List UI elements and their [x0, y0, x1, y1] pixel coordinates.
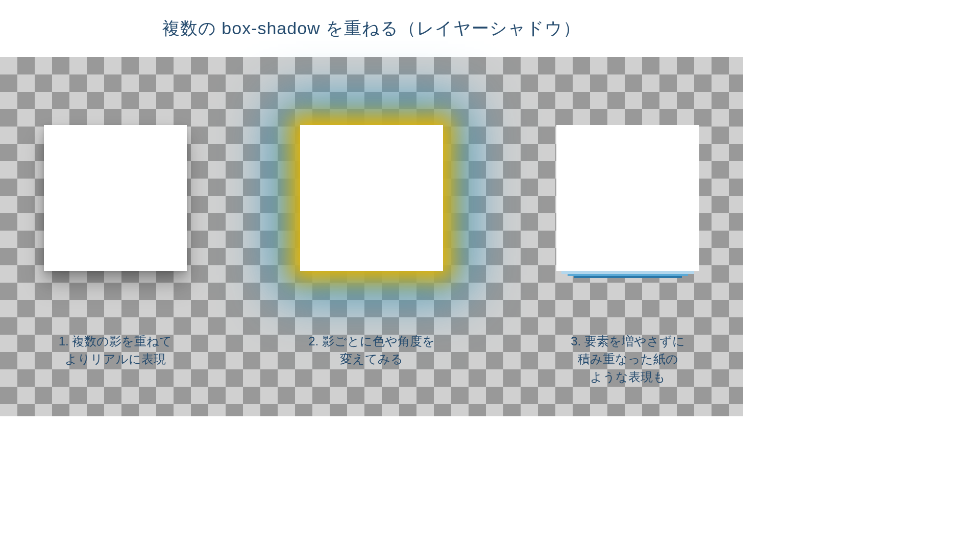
header: 複数の box-shadow を重ねる（レイヤーシャドウ）: [0, 0, 743, 57]
caption-line: 2. 影ごとに色や角度を: [308, 334, 435, 348]
demo-canvas: 1. 複数の影を重ねて よりリアルに表現 2. 影ごとに色や角度を 変えてみる …: [0, 57, 743, 416]
caption-line: 1. 複数の影を重ねて: [59, 334, 173, 348]
page-title: 複数の box-shadow を重ねる（レイヤーシャドウ）: [162, 17, 581, 40]
demo-box-layered: [44, 125, 187, 271]
caption-line: 積み重なった紙の: [578, 352, 678, 366]
demo-box-stack: [556, 125, 699, 271]
example-caption: 1. 複数の影を重ねて よりリアルに表現: [34, 333, 197, 368]
caption-line: 3. 要素を増やさずに: [571, 334, 685, 348]
caption-line: よりリアルに表現: [65, 352, 166, 366]
demo-box-glow: [300, 125, 443, 271]
example-caption: 2. 影ごとに色や角度を 変えてみる: [290, 333, 453, 368]
caption-line: 変えてみる: [340, 352, 403, 366]
example-caption: 3. 要素を増やさずに 積み重なった紙の ような表現も: [546, 333, 709, 386]
caption-line: ような表現も: [590, 370, 666, 384]
